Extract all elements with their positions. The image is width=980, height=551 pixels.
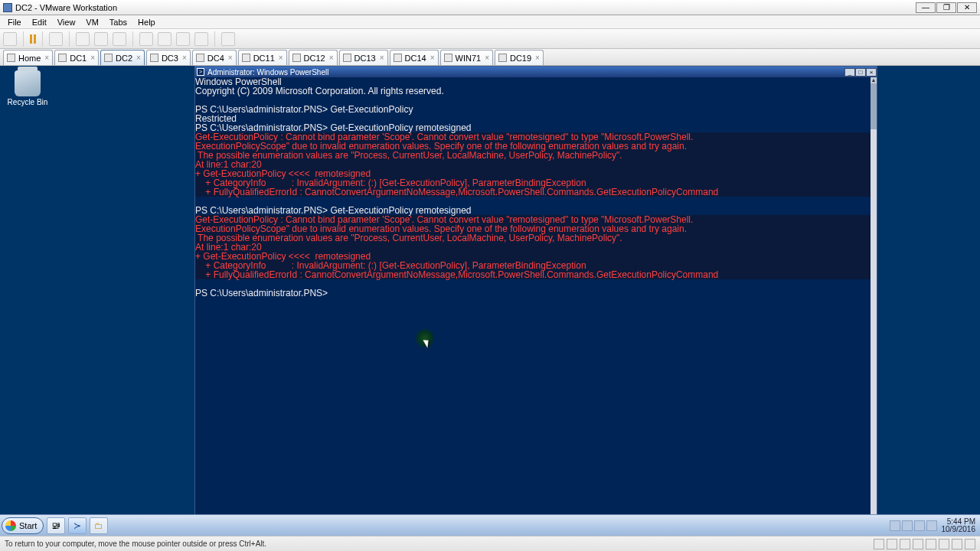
vm-tab-dc2[interactable]: DC2× bbox=[100, 50, 145, 65]
tray-icon[interactable] bbox=[902, 520, 913, 531]
tab-close-button[interactable]: × bbox=[535, 54, 540, 62]
device-printer-icon[interactable] bbox=[952, 539, 962, 549]
vm-tab-dc1[interactable]: DC1× bbox=[54, 50, 99, 65]
console-error-line: + FullyQualifiedErrorId : CannotConvertA… bbox=[195, 187, 871, 197]
vm-tab-label: DC11 bbox=[253, 54, 275, 63]
toolbar-pause-button[interactable] bbox=[30, 34, 36, 44]
toolbar-library-button[interactable] bbox=[221, 32, 235, 46]
host-minimize-button[interactable]: — bbox=[916, 2, 936, 13]
system-tray: 5:44 PM 10/9/2016 bbox=[890, 515, 981, 536]
powershell-minimize-button[interactable]: _ bbox=[844, 68, 855, 77]
console-line: PS C:\Users\administrator.PNS> bbox=[195, 289, 871, 298]
toolbar-unity-button[interactable] bbox=[158, 32, 172, 46]
toolbar-fullscreen-button[interactable] bbox=[139, 32, 153, 46]
device-floppy-icon[interactable] bbox=[900, 539, 910, 549]
powershell-icon: > bbox=[197, 68, 204, 76]
vm-tab-dc12[interactable]: DC12× bbox=[289, 50, 338, 65]
tab-close-button[interactable]: × bbox=[430, 54, 435, 62]
console-error-line: The possible enumeration values are "Pro… bbox=[195, 233, 871, 243]
vm-tab-label: DC4 bbox=[207, 54, 224, 63]
vm-tab-strip: Home×DC1×DC2×DC3×DC4×DC11×DC12×DC13×DC14… bbox=[0, 49, 980, 66]
vm-tab-label: DC19 bbox=[510, 54, 531, 63]
host-close-button[interactable]: ✕ bbox=[957, 2, 977, 13]
toolbar-manage-snapshots-button[interactable] bbox=[113, 32, 126, 46]
powershell-window[interactable]: > Administrator: Windows PowerShell _ □ … bbox=[194, 66, 877, 531]
device-hdd-icon[interactable] bbox=[874, 539, 884, 549]
monitor-icon bbox=[242, 54, 250, 62]
monitor-icon bbox=[150, 54, 158, 62]
monitor-icon bbox=[292, 54, 301, 62]
device-network-icon[interactable] bbox=[913, 539, 923, 549]
tab-close-button[interactable]: × bbox=[44, 54, 49, 62]
monitor-icon bbox=[196, 54, 204, 62]
powershell-title-text: Administrator: Windows PowerShell bbox=[207, 68, 328, 77]
powershell-vertical-scrollbar[interactable]: ▲ ▼ bbox=[871, 77, 877, 524]
vm-tab-label: DC12 bbox=[304, 54, 325, 63]
device-display-icon[interactable] bbox=[965, 539, 975, 549]
device-sound-icon[interactable] bbox=[939, 539, 949, 549]
toolbar-snapshot-button[interactable] bbox=[76, 32, 90, 46]
vm-tab-label: DC1 bbox=[70, 54, 87, 63]
quicklaunch-server-manager[interactable]: 🖳 bbox=[47, 517, 65, 534]
tab-close-button[interactable]: × bbox=[136, 54, 141, 62]
start-button[interactable]: Start bbox=[2, 517, 44, 534]
device-cd-icon[interactable] bbox=[887, 539, 897, 549]
console-line: PS C:\Users\administrator.PNS> Get-Execu… bbox=[195, 105, 871, 114]
vm-tab-label: DC13 bbox=[354, 54, 376, 63]
menu-view[interactable]: View bbox=[53, 17, 80, 28]
vm-tab-dc13[interactable]: DC13× bbox=[339, 50, 388, 65]
menu-bar: File Edit View VM Tabs Help bbox=[0, 15, 980, 29]
vmware-icon bbox=[3, 3, 12, 12]
vm-tab-label: DC2 bbox=[116, 54, 132, 63]
tab-close-button[interactable]: × bbox=[182, 54, 187, 62]
tab-close-button[interactable]: × bbox=[228, 54, 233, 62]
recycle-bin-icon bbox=[15, 70, 41, 96]
scroll-thumb[interactable] bbox=[871, 83, 877, 129]
quicklaunch-explorer[interactable]: 🗀 bbox=[90, 517, 108, 534]
scroll-up-arrow-icon[interactable]: ▲ bbox=[871, 77, 877, 83]
monitor-icon bbox=[444, 54, 452, 62]
menu-help[interactable]: Help bbox=[133, 17, 160, 28]
tab-close-button[interactable]: × bbox=[380, 54, 384, 62]
status-message: To return to your computer, move the mou… bbox=[5, 540, 266, 548]
toolbar bbox=[0, 29, 980, 49]
vm-tab-dc11[interactable]: DC11× bbox=[238, 50, 287, 65]
powershell-titlebar[interactable]: > Administrator: Windows PowerShell _ □ … bbox=[195, 67, 877, 77]
tray-sound-icon[interactable] bbox=[926, 520, 937, 531]
vm-tab-label: Home bbox=[18, 54, 41, 63]
toolbar-power-button[interactable] bbox=[3, 32, 17, 46]
host-window-title: DC2 - VMware Workstation bbox=[15, 3, 117, 12]
menu-edit[interactable]: Edit bbox=[28, 17, 51, 28]
tray-network-icon[interactable] bbox=[914, 520, 925, 531]
tab-close-button[interactable]: × bbox=[329, 54, 334, 62]
clock-time: 5:44 PM bbox=[942, 518, 976, 526]
toolbar-send-cad-button[interactable] bbox=[49, 32, 63, 46]
quicklaunch-powershell[interactable]: ≻ bbox=[68, 517, 87, 534]
toolbar-console-view-button[interactable] bbox=[176, 32, 190, 46]
tab-close-button[interactable]: × bbox=[279, 54, 283, 62]
menu-file[interactable]: File bbox=[3, 17, 26, 28]
host-maximize-button[interactable]: ❐ bbox=[936, 2, 956, 13]
vm-tab-home[interactable]: Home× bbox=[3, 50, 53, 65]
device-usb-icon[interactable] bbox=[926, 539, 936, 549]
vm-tab-dc3[interactable]: DC3× bbox=[146, 50, 191, 65]
toolbar-revert-button[interactable] bbox=[94, 32, 108, 46]
monitor-icon bbox=[394, 54, 402, 62]
toolbar-separator bbox=[214, 31, 215, 47]
tab-close-button[interactable]: × bbox=[485, 54, 489, 62]
vm-display-area[interactable]: Recycle Bin > Administrator: Windows Pow… bbox=[0, 66, 980, 536]
tray-icon[interactable] bbox=[890, 520, 900, 531]
vm-tab-win71[interactable]: WIN71× bbox=[440, 50, 493, 65]
tab-close-button[interactable]: × bbox=[90, 54, 95, 62]
vm-tab-dc4[interactable]: DC4× bbox=[192, 50, 237, 65]
taskbar-clock[interactable]: 5:44 PM 10/9/2016 bbox=[939, 518, 976, 533]
desktop-icon-recycle-bin[interactable]: Recycle Bin bbox=[5, 70, 51, 106]
vm-tab-dc19[interactable]: DC19× bbox=[495, 50, 544, 65]
powershell-console-output[interactable]: Windows PowerShellCopyright (C) 2009 Mic… bbox=[195, 77, 871, 524]
vm-tab-dc14[interactable]: DC14× bbox=[390, 50, 439, 65]
powershell-close-button[interactable]: × bbox=[866, 68, 877, 77]
powershell-maximize-button[interactable]: □ bbox=[855, 68, 866, 77]
toolbar-thumbnail-button[interactable] bbox=[194, 32, 208, 46]
menu-vm[interactable]: VM bbox=[81, 17, 103, 28]
menu-tabs[interactable]: Tabs bbox=[105, 17, 132, 28]
